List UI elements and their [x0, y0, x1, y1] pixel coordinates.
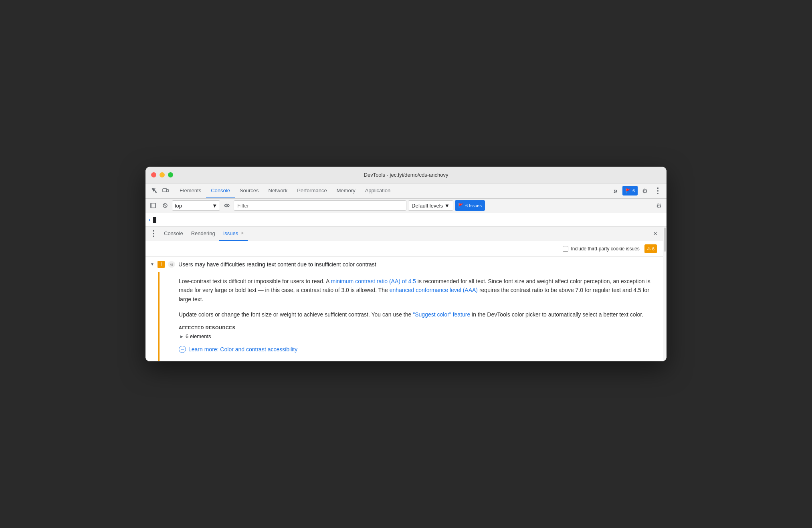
- third-party-bar: Include third-party cookie issues ⚠ 6: [145, 241, 663, 257]
- console-command-line[interactable]: ›: [145, 213, 667, 227]
- context-selector[interactable]: top ▼: [172, 200, 220, 211]
- devtools-panel: Elements Console Sources Network Perform…: [145, 183, 667, 362]
- levels-arrow-icon: ▼: [444, 203, 450, 209]
- issue-body: Low-contrast text is difficult or imposs…: [158, 272, 663, 361]
- maximize-button[interactable]: [168, 172, 173, 177]
- issues-panel: Include third-party cookie issues ⚠ 6 ▼ …: [145, 241, 663, 362]
- tab-memory[interactable]: Memory: [332, 183, 360, 198]
- dot1: [153, 230, 154, 232]
- learn-more-text: Learn more: Color and contrast accessibi…: [188, 346, 297, 353]
- device-toggle-icon[interactable]: [160, 185, 171, 196]
- console-settings-icon[interactable]: ⚙: [654, 200, 664, 211]
- drawer-tab-console[interactable]: Console: [160, 227, 187, 241]
- drawer-tab-issues[interactable]: Issues ×: [219, 227, 248, 241]
- top-toolbar: Elements Console Sources Network Perform…: [145, 183, 667, 199]
- issues-badge-button[interactable]: 🚩 6: [622, 186, 638, 195]
- bottom-drawer: Console Rendering Issues × ×: [145, 227, 663, 362]
- third-party-label: Include third-party cookie issues: [571, 246, 639, 252]
- sidebar-toggle-icon[interactable]: [148, 200, 158, 211]
- third-party-checkbox[interactable]: [563, 246, 568, 252]
- settings-button[interactable]: ⚙: [639, 185, 650, 196]
- tab-application[interactable]: Application: [360, 183, 396, 198]
- levels-label: Default levels: [412, 203, 443, 209]
- desc-text-1: Low-contrast text is difficult or imposs…: [179, 278, 331, 284]
- toolbar-right: » 🚩 6 ⚙ ⋮: [610, 185, 663, 196]
- dot3: [153, 236, 154, 237]
- tab-sources[interactable]: Sources: [235, 183, 264, 198]
- issues-tab-close-icon[interactable]: ×: [241, 230, 244, 236]
- scrollbar[interactable]: [663, 227, 667, 362]
- dropdown-arrow-icon: ▼: [212, 203, 217, 209]
- drawer-issues-label: Issues: [223, 230, 238, 236]
- clear-console-icon[interactable]: [160, 200, 170, 211]
- more-options-button[interactable]: ⋮: [652, 185, 663, 196]
- link-suggest-color[interactable]: "Suggest color" feature: [413, 311, 470, 318]
- console-input[interactable]: [153, 216, 156, 223]
- warning-flag-icon: ⚠: [647, 246, 651, 251]
- tab-network[interactable]: Network: [264, 183, 293, 198]
- elements-toggle[interactable]: ▶ 6 elements: [180, 333, 655, 339]
- window-title: DevTools - jec.fyi/demo/cds-anchovy: [364, 172, 448, 178]
- elements-count-label: 6 elements: [186, 333, 211, 339]
- main-content-area: Console Rendering Issues × ×: [145, 227, 667, 362]
- main-tabs: Elements Console Sources Network Perform…: [175, 183, 610, 198]
- svg-rect-0: [163, 189, 167, 192]
- drawer-tab-rendering[interactable]: Rendering: [187, 227, 219, 241]
- minimize-button[interactable]: [160, 172, 165, 177]
- issue-count-badge: 6: [168, 261, 175, 268]
- drawer-rendering-label: Rendering: [191, 230, 215, 236]
- drawer-close-button[interactable]: ×: [650, 229, 660, 238]
- more-tabs-button[interactable]: »: [610, 185, 621, 196]
- drawer-tabs-bar: Console Rendering Issues × ×: [145, 227, 663, 241]
- svg-rect-1: [167, 189, 168, 192]
- console-toolbar: top ▼ Default levels ▼ 🚩 6 Issues ⚙: [145, 199, 667, 213]
- issues-badge-count: 6: [632, 188, 635, 193]
- traffic-lights: [151, 172, 173, 177]
- elements-toggle-arrow-icon: ▶: [180, 335, 183, 339]
- tab-console[interactable]: Console: [206, 183, 235, 198]
- desc2-text-end: in the DevTools color picker to automati…: [470, 311, 643, 318]
- svg-line-5: [164, 204, 166, 207]
- tab-performance[interactable]: Performance: [292, 183, 331, 198]
- drawer-console-label: Console: [164, 230, 183, 236]
- devtools-window: DevTools - jec.fyi/demo/cds-anchovy Elem…: [145, 167, 667, 362]
- close-button[interactable]: [151, 172, 156, 177]
- log-levels-selector[interactable]: Default levels ▼: [408, 200, 453, 211]
- toolbar-divider: [173, 187, 173, 195]
- issue-header[interactable]: ▼ ! 6 Users may have difficulties readin…: [145, 257, 663, 272]
- title-bar: DevTools - jec.fyi/demo/cds-anchovy: [145, 167, 667, 183]
- issue-group: ▼ ! 6 Users may have difficulties readin…: [145, 257, 663, 362]
- arrow-right-icon: →: [180, 347, 185, 352]
- tab-elements[interactable]: Elements: [175, 183, 206, 198]
- issue-title: Users may have difficulties reading text…: [178, 261, 376, 268]
- filter-input[interactable]: [234, 200, 406, 211]
- link-aa-ratio[interactable]: minimum contrast ratio (AA) of 4.5: [331, 278, 416, 284]
- context-value: top: [175, 203, 182, 209]
- expand-chevron-icon[interactable]: ▼: [150, 262, 154, 266]
- learn-more-circle-icon: →: [179, 346, 186, 353]
- issues-count-badge[interactable]: 🚩 6 Issues: [455, 200, 485, 211]
- issues-count-text: 6 Issues: [465, 203, 482, 208]
- issues-badge-icon: 🚩: [625, 188, 631, 193]
- issue-description-1: Low-contrast text is difficult or imposs…: [179, 277, 655, 304]
- issue-description-2: Update colors or change the font size or…: [179, 310, 655, 319]
- warning-icon: !: [158, 261, 165, 268]
- dot2: [153, 233, 154, 234]
- inspect-icon[interactable]: [149, 185, 160, 196]
- drawer-menu-button[interactable]: [149, 229, 158, 238]
- issues-warning-badge: ⚠ 6: [644, 244, 657, 253]
- svg-point-7: [226, 205, 228, 206]
- issues-warning-count: 6: [652, 246, 654, 251]
- scrollbar-thumb[interactable]: [664, 228, 666, 252]
- desc2-text-1: Update colors or change the font size or…: [179, 311, 413, 318]
- svg-rect-2: [151, 203, 156, 208]
- prompt-icon: ›: [149, 216, 151, 223]
- link-aaa-conformance[interactable]: enhanced conformance level (AAA): [390, 287, 478, 293]
- learn-more-link[interactable]: → Learn more: Color and contrast accessi…: [179, 346, 655, 353]
- eye-icon[interactable]: [222, 200, 232, 211]
- issues-flag-icon: 🚩: [458, 203, 464, 208]
- affected-resources-label: AFFECTED RESOURCES: [179, 325, 655, 330]
